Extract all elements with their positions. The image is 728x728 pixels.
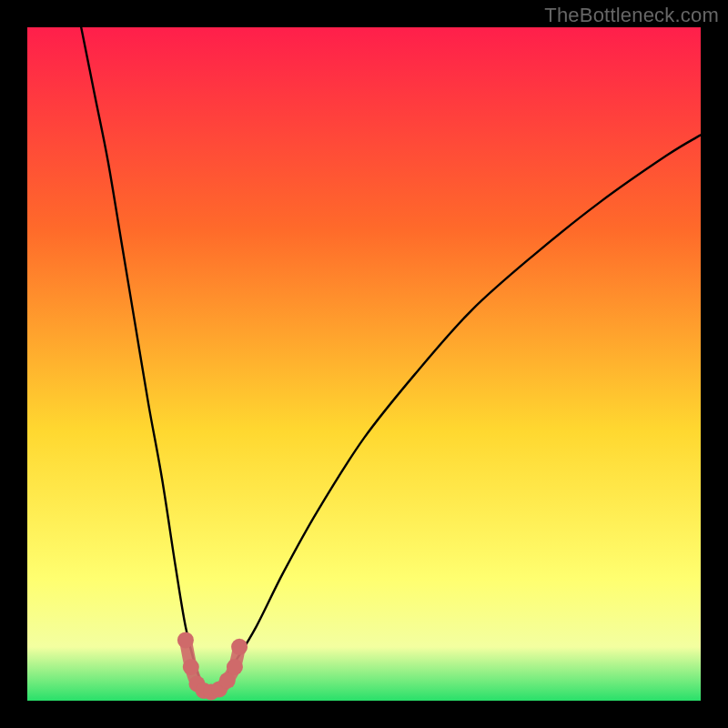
chart-frame: TheBottleneck.com bbox=[0, 0, 728, 728]
watermark-text: TheBottleneck.com bbox=[544, 4, 719, 27]
plot-area bbox=[27, 27, 701, 701]
sweet-spot-dot bbox=[177, 632, 194, 648]
sweet-spot-dot bbox=[183, 659, 199, 675]
sweet-spot-dot bbox=[231, 639, 248, 655]
chart-svg bbox=[27, 27, 701, 701]
sweet-spot-dot bbox=[227, 659, 243, 675]
gradient-background bbox=[27, 27, 701, 701]
